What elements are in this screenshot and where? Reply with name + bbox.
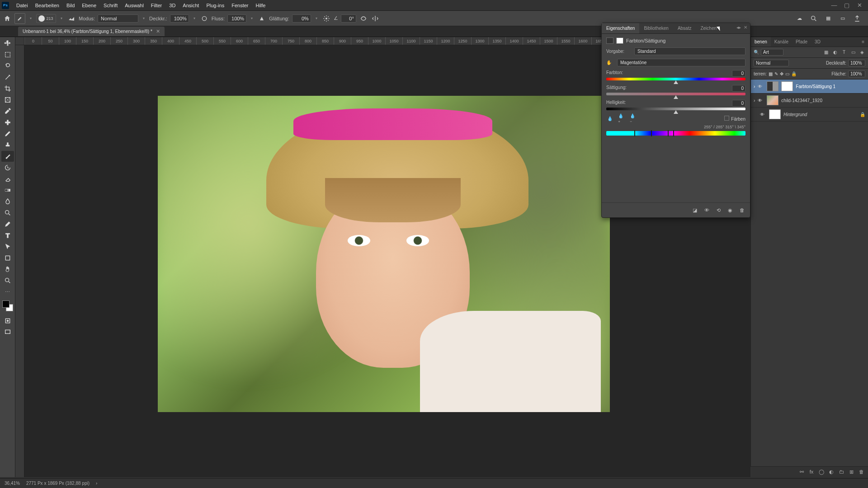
lock-pixels-icon[interactable]: ✎ <box>774 71 778 76</box>
blend-mode-select[interactable]: Normal <box>754 60 789 66</box>
quickmask-icon[interactable] <box>1 315 14 326</box>
layer-fill-input[interactable]: 100% <box>848 70 865 77</box>
eyedropper-add-icon[interactable]: 💧₊ <box>618 115 625 122</box>
caret-icon[interactable]: ▾ <box>192 16 197 20</box>
lightness-value-input[interactable]: 0 <box>732 100 745 107</box>
adjustment-thumb[interactable] <box>767 81 778 91</box>
share-icon[interactable] <box>853 14 862 23</box>
tab-paths[interactable]: Pfade <box>792 37 811 47</box>
pressure-size-icon[interactable] <box>359 14 368 23</box>
caret-icon[interactable]: ▾ <box>59 16 64 20</box>
menu-3d[interactable]: 3D <box>165 0 179 11</box>
filter-smart-icon[interactable]: ◈ <box>859 50 865 55</box>
layer-row[interactable]: › 👁 Farbton/Sättigung 1 <box>751 80 868 94</box>
preset-select[interactable]: Standard <box>634 47 745 55</box>
menu-image[interactable]: Bild <box>63 0 78 11</box>
filter-adj-icon[interactable]: ◐ <box>832 50 838 55</box>
hue-slider[interactable] <box>606 78 745 80</box>
caret-icon[interactable]: ▾ <box>141 16 146 20</box>
frame-tool[interactable] <box>1 94 14 105</box>
marquee-tool[interactable] <box>1 49 14 60</box>
lock-transparency-icon[interactable]: ▦ <box>769 71 773 76</box>
close-icon[interactable]: ✕ <box>744 25 747 32</box>
document-tab[interactable]: Unbenannt-1 bei 36,4% (Farbton/Sättigung… <box>18 27 165 36</box>
hand-scrubber-icon[interactable]: ✋ <box>606 60 614 65</box>
dodge-tool[interactable] <box>1 207 14 218</box>
collapse-icon[interactable]: ◂▸ <box>736 25 741 32</box>
symmetry-icon[interactable] <box>371 14 380 23</box>
menu-help[interactable]: Hilfe <box>252 0 269 11</box>
slider-thumb[interactable] <box>674 95 678 99</box>
toggle-visibility-icon[interactable]: ◉ <box>726 206 734 214</box>
history-brush-tool[interactable] <box>1 162 14 173</box>
hand-tool[interactable] <box>1 264 14 275</box>
range-handle[interactable] <box>668 130 669 136</box>
document-info[interactable]: 2771 Px x 1869 Px (182,88 ppi) <box>26 481 90 486</box>
link-layers-icon[interactable]: ⚯ <box>798 469 805 475</box>
channel-select[interactable]: Magentatöne <box>617 59 745 66</box>
arrange-icon[interactable]: ▦ <box>824 14 833 23</box>
range-handle[interactable] <box>673 130 674 136</box>
layer-name[interactable]: child-1423447_1920 <box>781 98 865 103</box>
filter-type-icon[interactable]: T <box>841 50 847 55</box>
range-handle[interactable] <box>651 130 652 136</box>
workspace-icon[interactable]: ▭ <box>838 14 847 23</box>
filter-shape-icon[interactable]: ▭ <box>850 50 856 55</box>
close-icon[interactable]: ✕ <box>156 28 160 34</box>
minimize-button[interactable]: — <box>831 2 837 9</box>
properties-panel[interactable]: Eigenschaften Bibliotheken Absatz Zeiche… <box>601 23 750 218</box>
tab-channels[interactable]: Kanäle <box>771 37 792 47</box>
tab-paragraph[interactable]: Absatz <box>673 23 696 33</box>
slider-thumb[interactable] <box>674 110 678 114</box>
tab-layers[interactable]: benen <box>751 37 771 47</box>
search-icon[interactable] <box>809 14 818 23</box>
airbrush-icon[interactable] <box>257 14 266 23</box>
type-tool[interactable] <box>1 230 14 241</box>
eraser-tool[interactable] <box>1 174 14 184</box>
slider-thumb[interactable] <box>674 80 678 84</box>
menu-file[interactable]: Datei <box>13 0 32 11</box>
stamp-tool[interactable] <box>1 140 14 150</box>
chevron-right-icon[interactable]: › <box>754 84 755 89</box>
tool-preset-picker[interactable] <box>14 13 25 24</box>
saturation-slider[interactable] <box>606 93 745 95</box>
menu-edit[interactable]: Bearbeiten <box>32 0 63 11</box>
flow-input[interactable]: 100% <box>227 14 246 23</box>
caret-icon[interactable]: ▾ <box>28 16 33 20</box>
layer-thumb[interactable] <box>767 95 778 105</box>
caret-icon[interactable]: ▾ <box>314 16 319 20</box>
home-icon[interactable] <box>3 14 12 23</box>
layer-row[interactable]: 👁 Hintergrund 🔒 <box>751 108 868 122</box>
pencil-tool[interactable] <box>1 128 14 139</box>
shape-tool[interactable] <box>1 253 14 263</box>
menu-plugins[interactable]: Plug-ins <box>203 0 228 11</box>
lasso-tool[interactable] <box>1 61 14 71</box>
menu-layer[interactable]: Ebene <box>78 0 100 11</box>
layer-mask-thumb[interactable] <box>781 81 793 91</box>
smoothing-gear-icon[interactable] <box>322 14 331 23</box>
visibility-icon[interactable]: 👁 <box>758 84 764 89</box>
range-handle[interactable] <box>634 130 635 136</box>
new-layer-icon[interactable]: ⊞ <box>848 469 854 475</box>
filter-pixel-icon[interactable]: ▦ <box>823 50 829 55</box>
layer-name[interactable]: Farbton/Sättigung 1 <box>796 84 865 89</box>
blend-mode-select[interactable]: Normal <box>98 14 138 23</box>
screenmode-icon[interactable] <box>1 327 14 338</box>
layer-style-icon[interactable]: fx <box>808 469 815 475</box>
lock-position-icon[interactable]: ✥ <box>780 71 783 76</box>
heal-tool[interactable] <box>1 117 14 128</box>
document-canvas[interactable] <box>158 96 610 412</box>
adjustment-layer-icon[interactable]: ◐ <box>828 469 835 475</box>
eyedropper-tool[interactable] <box>1 106 14 117</box>
menu-type[interactable]: Schrift <box>100 0 121 11</box>
smoothing-input[interactable]: 0% <box>292 14 311 23</box>
menu-filter[interactable]: Filter <box>147 0 165 11</box>
brush-preset-picker[interactable]: 213 <box>36 14 56 23</box>
menu-view[interactable]: Ansicht <box>179 0 203 11</box>
prev-state-icon[interactable]: 👁 <box>703 206 710 214</box>
delete-adjustment-icon[interactable]: 🗑 <box>738 206 745 214</box>
move-tool[interactable] <box>1 38 14 49</box>
brush-tool[interactable] <box>1 151 14 162</box>
color-range-bar[interactable] <box>606 131 745 136</box>
tab-libraries[interactable]: Bibliotheken <box>639 23 673 33</box>
